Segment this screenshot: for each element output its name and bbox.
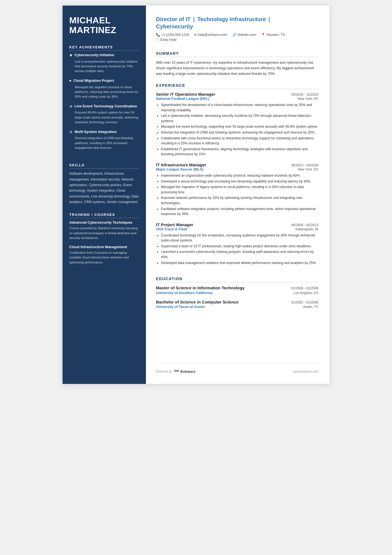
edu-school: University of Texas at Austin — [156, 305, 205, 309]
bullet-item: Improved network performance by 20% by o… — [161, 195, 318, 206]
exp-job-title: IT Project Manager — [156, 222, 193, 227]
star-outline-icon: ☆ — [69, 104, 73, 109]
training-title: Advanced Cybersecurity Techniques — [69, 220, 139, 225]
experience-item: IT Project Manager 08/2008 - 05/2013 USA… — [156, 222, 318, 266]
email-contact: ✉ help@enhancv.com — [194, 33, 227, 37]
resume-container: MICHAEL MARTINEZ KEY ACHIEVEMENTS ★ Cybe… — [63, 6, 329, 384]
bullet-item: Coordinated technology for live broadcas… — [161, 233, 318, 243]
achievement-item: ☆ Live Event Technology Coordination Ens… — [69, 104, 139, 125]
skills-text: Software development, Infrastructure man… — [69, 171, 139, 205]
email-icon: ✉ — [194, 33, 197, 37]
exp-job-title: IT Infrastructure Manager — [156, 162, 206, 167]
star-outline-icon: ☆ — [69, 130, 73, 135]
edu-school: University of Southern California — [156, 291, 212, 295]
exp-location: New York, NY — [298, 167, 318, 171]
candidate-name: MICHAEL MARTINEZ — [69, 16, 139, 35]
training-section-title: TRAINING / COURSES — [69, 213, 139, 218]
footer: Powered by Enhancv www.enhancv.com — [156, 363, 318, 374]
experience-item: IT Infrastructure Manager 06/2013 - 04/2… — [156, 162, 318, 217]
bullet-item: Developed data management solutions that… — [161, 260, 318, 266]
training-list: Advanced Cybersecurity Techniques Course… — [69, 220, 139, 269]
brand-name: Enhancv — [180, 369, 195, 374]
exp-company-row: Major League Soccer (MLS) New York, NY — [156, 167, 318, 171]
edu-header: Bachelor of Science in Computer Science … — [156, 299, 318, 305]
achievements-list: ★ Cybersecurity Initiative Led a compreh… — [69, 53, 139, 155]
education-item: Bachelor of Science in Computer Science … — [156, 299, 318, 309]
footer-left: Powered by Enhancv — [156, 369, 195, 374]
achievement-title: ★ Cybersecurity Initiative — [69, 53, 139, 58]
enhancv-logo: Enhancv — [174, 369, 195, 374]
exp-bullets: Implemented an organization-wide cyberse… — [156, 173, 318, 217]
bullet-item: Supervised a team of 10 IT professionals… — [161, 244, 318, 249]
exp-company-row: National Football League (NFL) New York,… — [156, 97, 318, 101]
skills-section-title: SKILLS — [69, 163, 139, 169]
edu-date: 01/2006 - 01/2008 — [291, 286, 318, 290]
edu-location: Austin, TX — [303, 305, 318, 309]
logo-icon — [174, 369, 179, 374]
edu-degree: Master of Science in Information Technol… — [156, 285, 245, 291]
edu-school-row: University of Southern California Los An… — [156, 291, 318, 295]
training-item: Cloud Infrastructure Management Certific… — [69, 245, 139, 265]
achievement-title: ☆ Multi-System Integration — [69, 130, 139, 135]
exp-company-row: USA Track & Field Indianapolis, IN — [156, 227, 318, 231]
heart-icon: ♥ — [69, 78, 71, 83]
bullet-item: Managed the migration of legacy systems … — [161, 184, 318, 195]
exp-location: Indianapolis, IN — [295, 227, 318, 231]
experience-title: EXPERIENCE — [156, 83, 318, 89]
achievement-item: ☆ Multi-System Integration Directed inte… — [69, 130, 139, 150]
exp-header: IT Infrastructure Manager 06/2013 - 04/2… — [156, 162, 318, 167]
summary-text: With over 15 years of IT experience, my … — [156, 60, 318, 77]
phone-contact: 📞 +1-(234)-555-1234 — [156, 33, 189, 37]
exp-location: New York, NY — [298, 97, 318, 101]
exp-company: Major League Soccer (MLS) — [156, 167, 203, 171]
edu-date: 01/2002 - 01/2006 — [291, 300, 318, 304]
extra-field-row: ☆ Extra Field — [156, 38, 318, 42]
achievement-desc: Led a comprehensive cybersecurity initia… — [69, 59, 139, 74]
main-content: Director of IT | Technology Infrastructu… — [146, 6, 329, 384]
contact-row: 📞 +1-(234)-555-1234 ✉ help@enhancv.com 🔗… — [156, 33, 318, 37]
bullet-item: Facilitated software integration project… — [161, 206, 318, 217]
edu-location: Los Angeles, CA — [294, 291, 318, 295]
edu-degree: Bachelor of Science in Computer Science — [156, 299, 239, 305]
achievement-item: ★ Cybersecurity Initiative Led a compreh… — [69, 53, 139, 73]
achievement-title: ☆ Live Event Technology Coordination — [69, 104, 139, 109]
linkedin-icon: 🔗 — [232, 33, 237, 37]
bullet-item: Established IT governance frameworks, al… — [161, 147, 318, 157]
powered-by-label: Powered by — [156, 370, 172, 373]
star-icon: ★ — [69, 53, 73, 58]
bullet-item: Collaborated with cross-functional teams… — [161, 136, 318, 146]
edu-header: Master of Science in Information Technol… — [156, 285, 318, 291]
achievements-section-title: KEY ACHIEVEMENTS — [69, 45, 139, 51]
summary-title: SUMMARY — [156, 51, 318, 57]
exp-company: National Football League (NFL) — [156, 97, 209, 101]
education-item: Master of Science in Information Technol… — [156, 285, 318, 295]
training-item: Advanced Cybersecurity Techniques Course… — [69, 220, 139, 240]
extra-icon: ☆ — [156, 38, 159, 42]
bullet-item: Directed the integration of CRM and tick… — [161, 130, 318, 135]
training-desc: Course provided by Stanford University f… — [69, 226, 139, 240]
footer-website: www.enhancv.com — [293, 370, 318, 373]
training-desc: Certification from Coursera on managing … — [69, 250, 139, 265]
linkedin-contact: 🔗 linkedin.com — [232, 33, 256, 37]
achievement-title: ♥ Cloud Migration Project — [69, 78, 139, 83]
training-title: Cloud Infrastructure Management — [69, 245, 139, 250]
exp-date: 08/2008 - 05/2013 — [291, 223, 318, 227]
location-icon: 📍 — [261, 33, 265, 37]
phone-icon: 📞 — [156, 33, 160, 37]
bullet-item: Developed a venue technology plan increa… — [161, 179, 318, 184]
bullet-item: Implemented an organization-wide cyberse… — [161, 173, 318, 178]
bullet-item: Led a cybersecurity initiative, decreasi… — [161, 113, 318, 124]
exp-header: IT Project Manager 08/2008 - 05/2013 — [156, 222, 318, 227]
job-title: Director of IT | Technology Infrastructu… — [156, 16, 318, 30]
edu-school-row: University of Texas at Austin Austin, TX — [156, 305, 318, 309]
education-title: EDUCATION — [156, 277, 318, 282]
experience-item: Senior IT Operations Manager 05/2018 - 1… — [156, 92, 318, 157]
achievement-item: ♥ Cloud Migration Project Managed the mi… — [69, 78, 139, 99]
achievement-desc: Managed the migration process to cloud p… — [69, 85, 139, 99]
exp-company: USA Track & Field — [156, 227, 187, 231]
bullet-item: Launched a successful cybersecurity trai… — [161, 249, 318, 260]
achievement-desc: Directed integration of CRM and ticketin… — [69, 136, 139, 150]
exp-header: Senior IT Operations Manager 05/2018 - 1… — [156, 92, 318, 97]
bullet-item: Managed live event technology, supportin… — [161, 124, 318, 129]
achievement-desc: Ensured 99.9% system uptime for over 50 … — [69, 110, 139, 125]
